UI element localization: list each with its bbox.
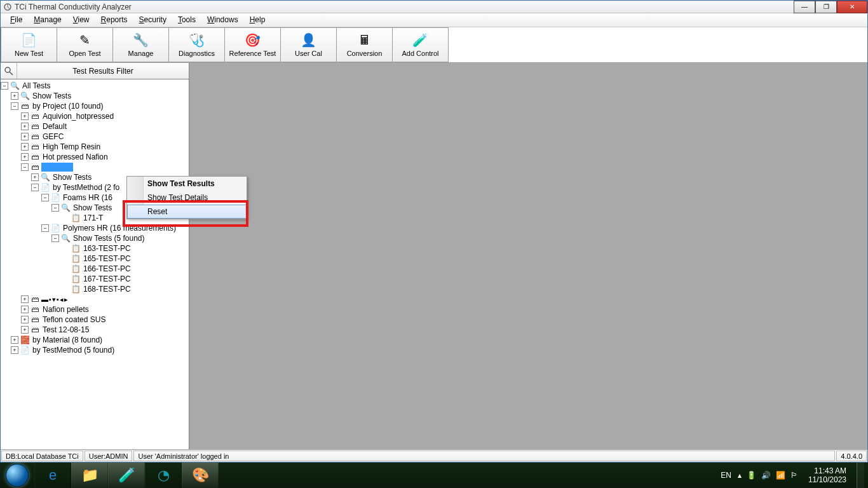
expander-icon[interactable]: + [21, 112, 29, 120]
tray-flag-icon[interactable]: 🏳 [790, 471, 798, 480]
main-area [189, 63, 867, 449]
taskbar-lang[interactable]: EN [721, 471, 731, 480]
cm-show-test-details[interactable]: Show Test Details [127, 191, 247, 205]
test-icon: 📋 [71, 284, 81, 294]
system-tray[interactable]: ▴ 🔋 🔊 📶 🏳 [738, 471, 798, 480]
tray-chevron-icon[interactable]: ▴ [738, 471, 742, 480]
tool-add-control[interactable]: 🧪 Add Control [392, 27, 449, 62]
tool-conversion[interactable]: 🖩 Conversion [336, 27, 393, 62]
document-icon: 📄 [40, 182, 50, 193]
tool-reference-test[interactable]: 🎯 Reference Test [224, 27, 281, 62]
taskbar-app-edge[interactable]: ◔ [145, 463, 182, 488]
menu-manage[interactable]: Manage [28, 13, 67, 27]
tool-manage[interactable]: 🔧 Manage [112, 27, 169, 62]
app-icon [3, 3, 12, 11]
expander-icon[interactable]: + [31, 173, 39, 181]
menu-windows[interactable]: Windows [201, 13, 244, 27]
svg-line-4 [10, 72, 13, 75]
tool-user-cal[interactable]: 👤 User Cal [280, 27, 337, 62]
minimize-button[interactable]: — [794, 1, 815, 13]
expander-icon[interactable]: − [31, 184, 39, 191]
expander-icon[interactable]: + [21, 143, 29, 151]
tree-by-testmethod[interactable]: +📄by TestMethod (5 found) [1, 345, 189, 355]
filter-button[interactable]: Test Results Filter [17, 63, 189, 79]
tree-project-item[interactable]: +🗃 ▬▪▾▪◂▸ [1, 294, 189, 304]
expander-icon[interactable]: + [11, 346, 18, 354]
tree-project-item[interactable]: +🗃Aquivion_hotpressed [1, 111, 189, 121]
menu-tools[interactable]: Tools [172, 13, 201, 27]
cube-icon: 🗃 [30, 162, 40, 172]
tray-volume-icon[interactable]: 🔊 [761, 471, 771, 480]
menu-reports[interactable]: Reports [95, 13, 133, 27]
taskbar-app-paint[interactable]: 🎨 [182, 463, 219, 488]
expander-icon[interactable]: − [1, 82, 8, 90]
tree-test-item[interactable]: 📋163-TEST-PC [1, 243, 189, 254]
expander-icon[interactable]: − [51, 204, 59, 212]
expander-icon[interactable]: + [21, 295, 29, 303]
menu-view[interactable]: View [67, 13, 95, 27]
start-button[interactable] [0, 463, 34, 488]
tree-project-item[interactable]: +🗃GEFC [1, 132, 189, 142]
cube-icon: 🗃 [30, 142, 40, 152]
tree-test-item[interactable]: 📋166-TEST-PC [1, 264, 189, 274]
taskbar-time: 11:43 AM [808, 466, 846, 475]
expander-icon[interactable]: − [41, 224, 49, 232]
tree-by-project[interactable]: − 🗃 by Project (10 found) [1, 101, 189, 111]
tree-test-item[interactable]: 📋165-TEST-PC [1, 254, 189, 264]
expander-icon[interactable]: − [51, 234, 59, 242]
magnifier-icon: 🔍 [40, 172, 50, 182]
tree-polymers-show-tests[interactable]: −🔍Show Tests (5 found) [1, 233, 189, 243]
tool-open-test[interactable]: ✎ Open Test [57, 27, 113, 62]
tree-by-material[interactable]: +🧱by Material (8 found) [1, 335, 189, 345]
filter-icon[interactable] [1, 63, 17, 79]
menu-security[interactable]: Security [133, 13, 172, 27]
cm-show-test-results[interactable]: Show Test Results [127, 177, 247, 191]
expander-icon[interactable]: + [21, 326, 29, 334]
cm-reset[interactable]: Reset [127, 205, 247, 219]
expander-icon[interactable]: − [11, 102, 18, 110]
cube-icon: 🗃 [30, 304, 40, 315]
maximize-button[interactable]: ❐ [815, 1, 837, 13]
show-desktop-button[interactable] [857, 463, 864, 488]
taskbar-app-explorer[interactable]: 📁 [71, 463, 108, 488]
expander-icon[interactable]: + [11, 92, 18, 100]
tree-project-item[interactable]: +🗃Nafion pellets [1, 304, 189, 315]
cube-icon: 🗃 [30, 315, 40, 325]
menu-file[interactable]: File [4, 13, 28, 27]
edge-icon: ◔ [158, 467, 170, 484]
expander-icon[interactable]: + [21, 123, 29, 130]
reference-test-icon: 🎯 [245, 32, 261, 48]
expander-icon[interactable]: + [21, 133, 29, 140]
tree-project-item[interactable]: +🗃Hot pressed Nafion [1, 152, 189, 162]
tree-project-item[interactable]: +🗃High Temp Resin [1, 142, 189, 152]
tree-project-item[interactable]: +🗃Default [1, 121, 189, 132]
tree-polymers[interactable]: −📄Polymers HR (16 measurements) [1, 223, 189, 233]
tree-all-tests[interactable]: − 🔍 All Tests [1, 81, 189, 91]
tree-test-item[interactable]: 📋168-TEST-PC [1, 284, 189, 294]
tray-battery-icon[interactable]: 🔋 [747, 471, 756, 480]
menu-help[interactable]: Help [244, 13, 271, 27]
taskbar-clock[interactable]: 11:43 AM 11/10/2023 [804, 466, 850, 484]
close-button[interactable]: ✕ [837, 1, 867, 13]
status-db: DB:Local Database TCi [1, 451, 83, 461]
expander-icon[interactable]: − [41, 194, 49, 201]
tool-new-test[interactable]: 📄 New Test [1, 27, 57, 62]
tree-project-selected[interactable]: −🗃 [1, 162, 189, 172]
tool-diagnostics[interactable]: 🩺 Diagnostics [168, 27, 225, 62]
tree-project-item[interactable]: +🗃Test 12-08-15 [1, 325, 189, 335]
tree-show-tests[interactable]: + 🔍 Show Tests [1, 91, 189, 101]
expander-icon[interactable]: + [11, 336, 18, 344]
taskbar-app-ie[interactable]: e [34, 463, 71, 488]
magnifier-icon: 🔍 [20, 91, 30, 101]
expander-icon[interactable]: + [21, 316, 29, 323]
expander-icon[interactable]: − [21, 163, 29, 171]
expander-icon[interactable]: + [21, 306, 29, 313]
tree-project-item[interactable]: +🗃Teflon coated SUS [1, 315, 189, 325]
document-icon: 📄 [50, 193, 60, 203]
expander-icon[interactable]: + [21, 153, 29, 161]
conversion-icon: 🖩 [357, 32, 372, 48]
taskbar-app-tci[interactable]: 🧪 [108, 463, 145, 488]
tray-network-icon[interactable]: 📶 [776, 471, 785, 480]
tree-test-item[interactable]: 📋167-TEST-PC [1, 274, 189, 284]
tree[interactable]: − 🔍 All Tests + 🔍 Show Tests − 🗃 by Proj… [1, 79, 189, 449]
